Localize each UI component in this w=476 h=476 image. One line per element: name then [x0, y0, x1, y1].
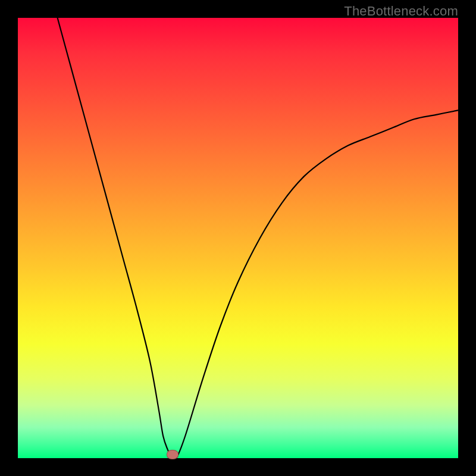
- curve-svg: [18, 18, 458, 458]
- optimum-marker: [167, 450, 178, 459]
- plot-area: [18, 18, 458, 458]
- bottleneck-curve: [58, 18, 458, 460]
- chart-frame: TheBottleneck.com: [0, 0, 476, 476]
- watermark-text: TheBottleneck.com: [344, 4, 458, 19]
